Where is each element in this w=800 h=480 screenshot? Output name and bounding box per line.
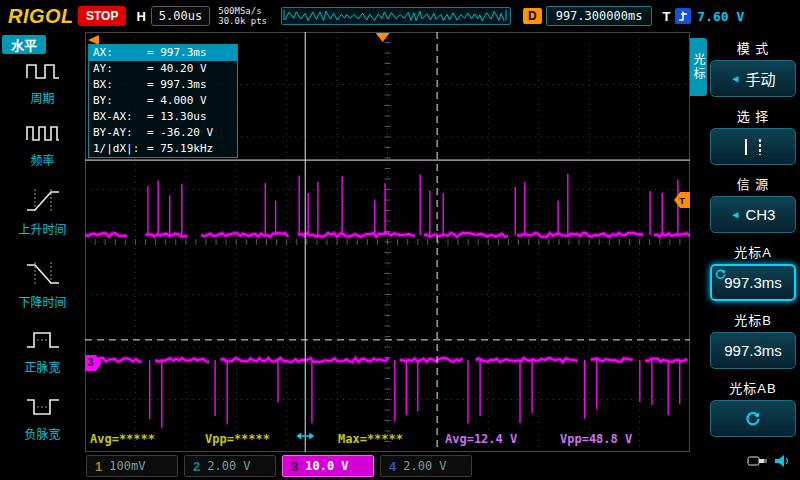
rising-edge-trigger-icon[interactable] <box>675 8 691 24</box>
sidebar-item-label: 周期 <box>0 89 85 106</box>
delay-badge: D <box>523 8 542 24</box>
fall-time-icon <box>25 260 61 288</box>
channel-scale: 2.00 V <box>403 459 446 473</box>
channel-2-status[interactable]: 2 2.00 V <box>184 455 276 477</box>
sidebar-item-negative-width[interactable]: 负脉宽 <box>0 394 85 442</box>
horizontal-measure-tab[interactable]: 水平 <box>2 35 46 54</box>
readout-row-byay: BY-AY:= -36.20 V <box>89 125 237 141</box>
mode-label: 模 式 <box>710 38 796 57</box>
ch3-vpp-measure: Vpp=48.8 V <box>560 432 632 446</box>
sidebar-item-fall-time[interactable]: 下降时间 <box>0 260 85 310</box>
sidebar-item-label: 下降时间 <box>0 293 85 310</box>
cursor-menu-tab[interactable]: 光标 <box>690 38 707 96</box>
cursor-b-label: 光标B <box>710 310 796 329</box>
channel-1-status[interactable]: 1 100mV <box>86 455 178 477</box>
mode-button[interactable]: ◄ 手动 <box>710 60 796 97</box>
timebase-readout[interactable]: 5.00us <box>151 6 210 26</box>
cursor-ab-label: 光标AB <box>710 378 796 397</box>
readout-row-ax: AX:= 997.3ms <box>89 45 237 61</box>
rigol-logo: RIGOL <box>8 5 78 28</box>
sidebar-item-positive-width[interactable]: 正脉宽 <box>0 327 85 375</box>
sidebar-item-label: 频率 <box>0 151 85 168</box>
max-masked: Max=***** <box>338 432 403 446</box>
source-value: CH3 <box>745 206 775 223</box>
menu-item-cursor-ab: 光标AB <box>710 378 796 437</box>
usb-icon <box>746 453 768 469</box>
top-bar: RIGOL STOP H 5.00us 500MSa/s 30.0k pts D… <box>0 0 800 32</box>
channel-number: 2 <box>193 459 200 474</box>
frequency-waveform-icon <box>25 120 61 146</box>
mode-value: 手动 <box>745 68 775 89</box>
svg-text:T: T <box>679 196 685 206</box>
channel-number: 1 <box>95 459 102 474</box>
left-arrow-icon: ◄ <box>731 73 741 84</box>
sidebar-item-label: 上升时间 <box>0 220 85 237</box>
avg-masked: Avg=***** <box>90 432 155 446</box>
channel-scale: 2.00 V <box>207 459 250 473</box>
source-label: 信 源 <box>710 174 796 193</box>
rise-time-icon <box>25 187 61 215</box>
channel-number: 4 <box>389 459 396 474</box>
readout-row-by: BY:= 4.000 V <box>89 93 237 109</box>
select-label: 选 择 <box>710 106 796 125</box>
negative-pulse-width-icon <box>25 394 61 420</box>
cursor-b-value: 997.3ms <box>724 342 782 359</box>
cursor-readout-panel: AX:= 997.3ms AY:= 40.20 V BX:= 997.3ms B… <box>88 44 238 158</box>
run-status-badge[interactable]: STOP <box>78 6 126 26</box>
menu-item-select: 选 择 <box>710 106 796 165</box>
menu-item-cursor-a: 光标A 997.3ms <box>710 242 796 301</box>
menu-item-source: 信 源 ◄ CH3 <box>710 174 796 233</box>
period-waveform-icon <box>25 58 61 84</box>
cursor-a-button[interactable]: 997.3ms <box>710 264 796 301</box>
channel-number: 3 <box>291 459 298 474</box>
delay-readout[interactable]: 997.300000ms <box>546 6 653 26</box>
acquisition-info: 500MSa/s 30.0k pts <box>218 6 267 26</box>
trigger-level-readout[interactable]: 7.60 V <box>697 9 744 24</box>
channel-status-bar: 1 100mV 2 2.00 V 3 10.0 V 4 2.00 V <box>0 452 800 480</box>
trigger-label: T <box>662 9 670 24</box>
source-button[interactable]: ◄ CH3 <box>710 196 796 233</box>
sidebar-item-rise-time[interactable]: 上升时间 <box>0 187 85 237</box>
menu-item-cursor-b: 光标B 997.3ms <box>710 310 796 369</box>
rotate-knob-icon <box>744 410 762 428</box>
svg-text:3: 3 <box>88 357 94 368</box>
sample-rate: 500MSa/s <box>218 6 267 16</box>
measurement-sidebar: 水平 周期 频率 上升时间 下降时间 <box>0 32 85 452</box>
vpp-masked: Vpp=***** <box>205 432 270 446</box>
readout-row-bxax: BX-AX:= 13.30us <box>89 109 237 125</box>
readout-row-freq: 1/|dX|:= 75.19kHz <box>89 141 237 157</box>
preview-waveform-icon <box>282 8 508 22</box>
sidebar-item-label: 负脉宽 <box>0 425 85 442</box>
ch3-waveform-trace <box>85 174 690 428</box>
waveform-position-preview[interactable] <box>281 7 511 25</box>
memory-depth: 30.0k pts <box>218 16 267 26</box>
menu-item-mode: 模 式 ◄ 手动 <box>710 38 796 97</box>
readout-row-ay: AY:= 40.20 V <box>89 61 237 77</box>
readout-row-bx: BX:= 997.3ms <box>89 77 237 93</box>
cursor-menu: 光标 模 式 ◄ 手动 选 择 信 源 ◄ CH3 <box>690 32 800 452</box>
cursor-a-label: 光标A <box>710 242 796 261</box>
status-icons <box>746 453 792 469</box>
cursor-b-button[interactable]: 997.3ms <box>710 332 796 369</box>
cursor-ab-button[interactable] <box>710 400 796 437</box>
ch3-avg-measure: Avg=12.4 V <box>445 432 517 446</box>
cursor-pair-icon <box>736 137 770 157</box>
speaker-icon[interactable] <box>774 453 792 469</box>
channel-scale: 10.0 V <box>305 459 348 473</box>
cursor-a-value: 997.3ms <box>724 274 782 291</box>
positive-pulse-width-icon <box>25 327 61 353</box>
sidebar-item-label: 正脉宽 <box>0 358 85 375</box>
horizontal-label: H <box>136 9 145 24</box>
sidebar-item-period[interactable]: 周期 <box>0 58 85 106</box>
left-arrow-icon: ◄ <box>731 209 741 220</box>
channel-3-status[interactable]: 3 10.0 V <box>282 455 374 477</box>
sidebar-item-frequency[interactable]: 频率 <box>0 120 85 168</box>
waveform-display: T3 AX:= 997.3ms AY:= 40.20 V BX:= 997.3m… <box>85 32 690 452</box>
channel-4-status[interactable]: 4 2.00 V <box>380 455 472 477</box>
rotate-knob-icon <box>714 268 727 281</box>
select-button[interactable] <box>710 128 796 165</box>
channel-scale: 100mV <box>109 459 145 473</box>
